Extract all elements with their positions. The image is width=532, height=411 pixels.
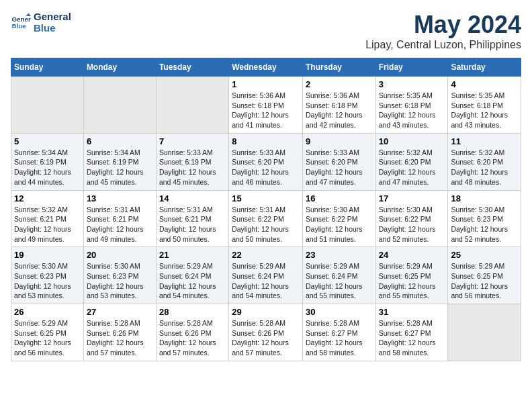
calendar-cell: 27Sunrise: 5:28 AMSunset: 6:26 PMDayligh… <box>83 304 156 361</box>
day-info: Sunrise: 5:31 AMSunset: 6:21 PMDaylight:… <box>87 205 153 244</box>
day-info: Sunrise: 5:34 AMSunset: 6:19 PMDaylight:… <box>14 148 81 187</box>
col-header-friday: Friday <box>375 58 448 77</box>
day-number: 18 <box>451 193 518 203</box>
day-number: 20 <box>87 250 153 260</box>
title-block: May 2024 Lipay, Central Luzon, Philippin… <box>365 11 521 51</box>
calendar-cell: 11Sunrise: 5:32 AMSunset: 6:20 PMDayligh… <box>448 133 521 190</box>
day-info: Sunrise: 5:32 AMSunset: 6:21 PMDaylight:… <box>14 205 81 244</box>
day-info: Sunrise: 5:29 AMSunset: 6:24 PMDaylight:… <box>159 261 226 301</box>
day-info: Sunrise: 5:28 AMSunset: 6:26 PMDaylight:… <box>87 318 153 358</box>
day-number: 30 <box>306 307 373 317</box>
day-number: 19 <box>14 250 81 260</box>
day-number: 2 <box>306 79 373 89</box>
logo-icon: General Blue <box>11 12 31 32</box>
col-header-monday: Monday <box>83 58 156 77</box>
calendar-cell: 21Sunrise: 5:29 AMSunset: 6:24 PMDayligh… <box>156 247 228 304</box>
day-info: Sunrise: 5:33 AMSunset: 6:19 PMDaylight:… <box>159 148 226 187</box>
calendar-cell: 18Sunrise: 5:30 AMSunset: 6:23 PMDayligh… <box>448 190 521 247</box>
day-number: 9 <box>306 136 373 146</box>
calendar-cell <box>83 77 156 134</box>
calendar-cell: 24Sunrise: 5:29 AMSunset: 6:25 PMDayligh… <box>375 247 448 304</box>
day-number: 10 <box>379 136 445 146</box>
calendar-cell: 29Sunrise: 5:28 AMSunset: 6:26 PMDayligh… <box>229 304 303 361</box>
calendar-cell: 16Sunrise: 5:30 AMSunset: 6:22 PMDayligh… <box>302 190 375 247</box>
day-number: 22 <box>232 250 300 260</box>
calendar-cell: 12Sunrise: 5:32 AMSunset: 6:21 PMDayligh… <box>11 190 84 247</box>
calendar-cell: 15Sunrise: 5:31 AMSunset: 6:22 PMDayligh… <box>229 190 303 247</box>
day-number: 13 <box>87 193 153 203</box>
day-info: Sunrise: 5:31 AMSunset: 6:22 PMDaylight:… <box>232 205 300 244</box>
day-number: 11 <box>451 136 518 146</box>
calendar-cell: 9Sunrise: 5:33 AMSunset: 6:20 PMDaylight… <box>302 133 375 190</box>
calendar-table: SundayMondayTuesdayWednesdayThursdayFrid… <box>11 58 521 361</box>
day-info: Sunrise: 5:32 AMSunset: 6:20 PMDaylight:… <box>379 148 445 187</box>
day-info: Sunrise: 5:28 AMSunset: 6:27 PMDaylight:… <box>379 318 445 358</box>
calendar-cell: 3Sunrise: 5:35 AMSunset: 6:18 PMDaylight… <box>375 77 448 134</box>
day-number: 8 <box>232 136 300 146</box>
page-header: General Blue General Blue May 2024 Lipay… <box>11 11 521 51</box>
calendar-cell: 1Sunrise: 5:36 AMSunset: 6:18 PMDaylight… <box>229 77 303 134</box>
day-info: Sunrise: 5:29 AMSunset: 6:24 PMDaylight:… <box>306 261 373 301</box>
day-info: Sunrise: 5:31 AMSunset: 6:21 PMDaylight:… <box>159 205 226 244</box>
day-info: Sunrise: 5:35 AMSunset: 6:18 PMDaylight:… <box>379 91 445 130</box>
day-number: 3 <box>379 79 445 89</box>
day-number: 26 <box>14 307 81 317</box>
calendar-cell: 23Sunrise: 5:29 AMSunset: 6:24 PMDayligh… <box>302 247 375 304</box>
calendar-cell: 20Sunrise: 5:30 AMSunset: 6:23 PMDayligh… <box>83 247 156 304</box>
calendar-cell: 5Sunrise: 5:34 AMSunset: 6:19 PMDaylight… <box>11 133 84 190</box>
day-number: 31 <box>379 307 445 317</box>
day-number: 17 <box>379 193 445 203</box>
logo-blue: Blue <box>34 22 71 34</box>
day-info: Sunrise: 5:30 AMSunset: 6:23 PMDaylight:… <box>451 205 518 244</box>
calendar-cell: 10Sunrise: 5:32 AMSunset: 6:20 PMDayligh… <box>375 133 448 190</box>
day-info: Sunrise: 5:29 AMSunset: 6:25 PMDaylight:… <box>14 318 81 358</box>
day-info: Sunrise: 5:29 AMSunset: 6:24 PMDaylight:… <box>232 261 300 301</box>
day-number: 5 <box>14 136 81 146</box>
calendar-cell: 26Sunrise: 5:29 AMSunset: 6:25 PMDayligh… <box>11 304 84 361</box>
calendar-cell: 7Sunrise: 5:33 AMSunset: 6:19 PMDaylight… <box>156 133 228 190</box>
calendar-cell: 14Sunrise: 5:31 AMSunset: 6:21 PMDayligh… <box>156 190 228 247</box>
day-info: Sunrise: 5:28 AMSunset: 6:26 PMDaylight:… <box>232 318 300 358</box>
day-info: Sunrise: 5:30 AMSunset: 6:22 PMDaylight:… <box>379 205 445 244</box>
calendar-cell <box>156 77 228 134</box>
day-info: Sunrise: 5:35 AMSunset: 6:18 PMDaylight:… <box>451 91 518 130</box>
svg-text:Blue: Blue <box>12 22 27 30</box>
day-number: 1 <box>232 79 300 89</box>
calendar-cell: 31Sunrise: 5:28 AMSunset: 6:27 PMDayligh… <box>375 304 448 361</box>
calendar-cell: 8Sunrise: 5:33 AMSunset: 6:20 PMDaylight… <box>229 133 303 190</box>
day-number: 7 <box>159 136 226 146</box>
calendar-subtitle: Lipay, Central Luzon, Philippines <box>365 39 521 51</box>
day-number: 6 <box>87 136 153 146</box>
calendar-cell: 2Sunrise: 5:36 AMSunset: 6:18 PMDaylight… <box>302 77 375 134</box>
day-number: 29 <box>232 307 300 317</box>
day-number: 28 <box>159 307 226 317</box>
calendar-cell: 25Sunrise: 5:29 AMSunset: 6:25 PMDayligh… <box>448 247 521 304</box>
day-info: Sunrise: 5:36 AMSunset: 6:18 PMDaylight:… <box>306 91 373 130</box>
day-info: Sunrise: 5:33 AMSunset: 6:20 PMDaylight:… <box>232 148 300 187</box>
day-info: Sunrise: 5:28 AMSunset: 6:27 PMDaylight:… <box>306 318 373 358</box>
col-header-wednesday: Wednesday <box>229 58 303 77</box>
calendar-cell: 30Sunrise: 5:28 AMSunset: 6:27 PMDayligh… <box>302 304 375 361</box>
calendar-title: May 2024 <box>365 11 521 39</box>
svg-marker-2 <box>26 13 32 17</box>
calendar-cell: 17Sunrise: 5:30 AMSunset: 6:22 PMDayligh… <box>375 190 448 247</box>
day-number: 21 <box>159 250 226 260</box>
day-info: Sunrise: 5:36 AMSunset: 6:18 PMDaylight:… <box>232 91 300 130</box>
day-info: Sunrise: 5:33 AMSunset: 6:20 PMDaylight:… <box>306 148 373 187</box>
day-number: 15 <box>232 193 300 203</box>
day-info: Sunrise: 5:30 AMSunset: 6:22 PMDaylight:… <box>306 205 373 244</box>
day-info: Sunrise: 5:28 AMSunset: 6:26 PMDaylight:… <box>159 318 226 358</box>
col-header-saturday: Saturday <box>448 58 521 77</box>
day-number: 24 <box>379 250 445 260</box>
logo: General Blue General Blue <box>11 11 71 34</box>
day-info: Sunrise: 5:29 AMSunset: 6:25 PMDaylight:… <box>451 261 518 301</box>
day-info: Sunrise: 5:32 AMSunset: 6:20 PMDaylight:… <box>451 148 518 187</box>
day-number: 4 <box>451 79 518 89</box>
day-number: 27 <box>87 307 153 317</box>
day-info: Sunrise: 5:30 AMSunset: 6:23 PMDaylight:… <box>87 261 153 301</box>
calendar-cell: 4Sunrise: 5:35 AMSunset: 6:18 PMDaylight… <box>448 77 521 134</box>
day-number: 23 <box>306 250 373 260</box>
calendar-cell: 19Sunrise: 5:30 AMSunset: 6:23 PMDayligh… <box>11 247 84 304</box>
col-header-thursday: Thursday <box>302 58 375 77</box>
col-header-tuesday: Tuesday <box>156 58 228 77</box>
